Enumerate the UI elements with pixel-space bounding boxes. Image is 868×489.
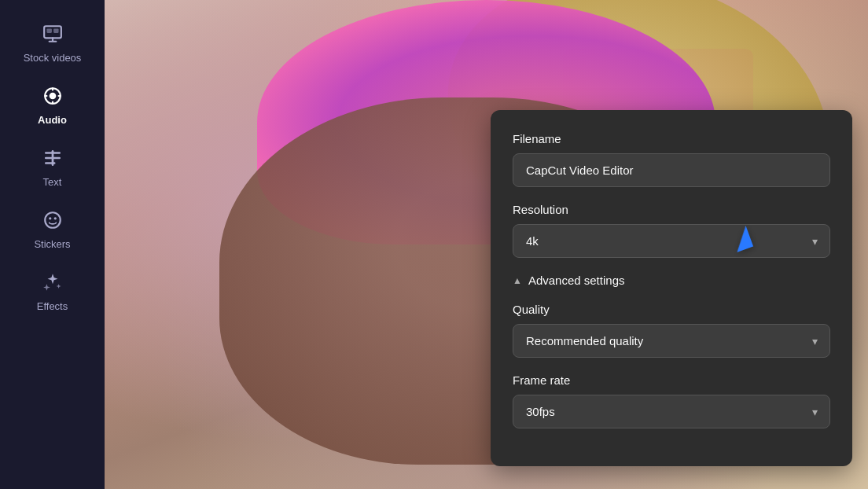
export-panel: Filename Resolution 720p 1080p 2k 4k ▾ ▲… (491, 110, 852, 466)
sidebar-item-label-audio: Audio (38, 114, 67, 126)
quality-select-wrapper: Low quality Medium quality Recommended q… (513, 324, 830, 358)
sidebar-item-text[interactable]: Text (0, 137, 105, 199)
sidebar-item-label-stock-videos: Stock videos (24, 52, 82, 64)
framerate-select-wrapper: 24fps 25fps 30fps 50fps 60fps ▾ (513, 395, 830, 428)
svg-point-6 (49, 217, 51, 219)
framerate-label: Frame rate (513, 373, 830, 387)
filename-field: Filename (513, 132, 830, 187)
svg-rect-1 (46, 29, 51, 33)
sidebar-item-label-stickers: Stickers (34, 238, 70, 250)
stickers-icon (42, 210, 63, 233)
resolution-field: Resolution 720p 1080p 2k 4k ▾ (513, 203, 830, 258)
filename-label: Filename (513, 132, 830, 145)
quality-select[interactable]: Low quality Medium quality Recommended q… (513, 324, 830, 358)
text-icon (42, 148, 63, 171)
svg-point-5 (45, 212, 61, 228)
sidebar-item-audio[interactable]: Audio (0, 75, 105, 137)
svg-point-7 (53, 217, 56, 219)
audio-icon (42, 86, 63, 109)
stock-videos-icon (42, 24, 63, 47)
framerate-select[interactable]: 24fps 25fps 30fps 50fps 60fps (513, 395, 830, 428)
framerate-field: Frame rate 24fps 25fps 30fps 50fps 60fps… (513, 373, 830, 428)
main-container: Stock videos Audio Text Stickers Effects (0, 0, 868, 489)
sidebar-item-stickers[interactable]: Stickers (0, 199, 105, 261)
advanced-chevron-icon: ▲ (513, 275, 522, 286)
resolution-label: Resolution (513, 203, 830, 216)
resolution-select-wrapper: 720p 1080p 2k 4k ▾ (513, 224, 830, 258)
svg-rect-2 (53, 29, 59, 33)
effects-icon (42, 272, 63, 296)
quality-field: Quality Low quality Medium quality Recom… (513, 303, 830, 358)
filename-input[interactable] (513, 153, 830, 187)
svg-point-4 (49, 93, 56, 100)
sidebar-item-stock-videos[interactable]: Stock videos (0, 13, 105, 75)
sidebar-item-label-text: Text (43, 176, 62, 188)
sidebar-item-effects[interactable]: Effects (0, 261, 105, 323)
resolution-select[interactable]: 720p 1080p 2k 4k (513, 224, 830, 258)
quality-label: Quality (513, 303, 830, 316)
advanced-settings-label: Advanced settings (528, 274, 625, 287)
sidebar: Stock videos Audio Text Stickers Effects (0, 0, 105, 489)
sidebar-item-label-effects: Effects (37, 300, 68, 312)
advanced-settings-row[interactable]: ▲ Advanced settings (513, 274, 830, 287)
